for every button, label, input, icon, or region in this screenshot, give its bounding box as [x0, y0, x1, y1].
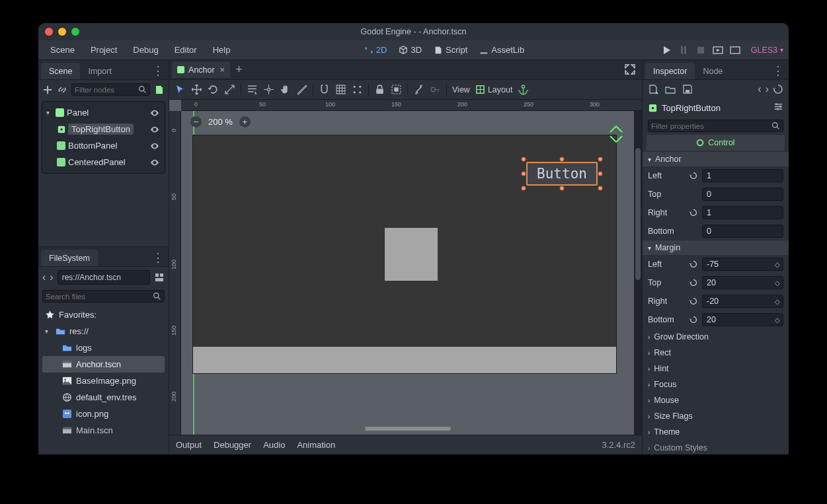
move-mode-icon[interactable]: [191, 84, 202, 95]
menu-help[interactable]: Help: [206, 42, 237, 57]
visibility-icon[interactable]: [150, 108, 159, 118]
selection-handle[interactable]: [598, 186, 603, 191]
class-link-control[interactable]: Control: [647, 135, 785, 151]
tab-filesystem[interactable]: FileSystem: [41, 250, 98, 266]
kebab-icon[interactable]: ⋮: [152, 250, 163, 265]
tree-node-bottompanel[interactable]: BottomPanel: [42, 137, 165, 154]
reset-icon[interactable]: [689, 260, 698, 269]
key-icon[interactable]: [430, 84, 441, 95]
fs-item[interactable]: BaseImage.png: [42, 373, 165, 389]
selection-handle[interactable]: [522, 186, 526, 191]
group-icon[interactable]: [391, 84, 402, 95]
fs-item[interactable]: Main.tscn: [42, 422, 165, 439]
selection-handle[interactable]: [522, 172, 526, 176]
tree-node-toprightbutton[interactable]: TopRightButton: [42, 121, 165, 137]
load-resource-icon[interactable]: [665, 84, 676, 94]
tree-node-panel[interactable]: ▾ Panel: [42, 104, 165, 121]
section-mouse[interactable]: ›Mouse: [643, 392, 789, 408]
reset-icon[interactable]: [689, 315, 698, 324]
zoom-percent[interactable]: 200 %: [208, 117, 233, 127]
view-mode-icon[interactable]: [154, 272, 165, 283]
menu-scene[interactable]: Scene: [44, 42, 81, 57]
history-list-icon[interactable]: [773, 84, 783, 94]
attach-script-icon[interactable]: [154, 85, 165, 95]
kebab-icon[interactable]: ⋮: [772, 63, 783, 78]
selection-handle[interactable]: [598, 172, 603, 176]
renderer-select[interactable]: GLES3 ▾: [751, 46, 783, 55]
reset-icon[interactable]: [689, 278, 698, 287]
menu-editor[interactable]: Editor: [168, 42, 204, 57]
mode-2d[interactable]: 2D: [359, 43, 393, 57]
selection-handle[interactable]: [560, 157, 565, 162]
save-resource-icon[interactable]: [682, 84, 693, 94]
anchor-top-field[interactable]: 0: [702, 188, 783, 201]
fs-res[interactable]: ▾ res://: [42, 323, 165, 340]
close-tab-icon[interactable]: ×: [220, 65, 225, 75]
pivot-icon[interactable]: [263, 84, 274, 95]
selection-handle[interactable]: [598, 157, 603, 162]
fs-path-field[interactable]: res://Anchor.tscn: [58, 270, 150, 285]
grid-snap-icon[interactable]: [335, 84, 346, 95]
section-custom-styles[interactable]: ›Custom Styles: [643, 440, 789, 454]
tab-scene[interactable]: Scene: [41, 63, 80, 79]
section-theme[interactable]: ›Theme: [643, 424, 789, 440]
spinner-icon[interactable]: ◇: [775, 262, 780, 267]
fs-forward-icon[interactable]: ›: [50, 271, 53, 283]
layout-menu[interactable]: Layout: [475, 85, 513, 94]
history-forward-icon[interactable]: ›: [766, 83, 769, 95]
anchor-preset-icon[interactable]: [518, 84, 529, 95]
fs-item[interactable]: default_env.tres: [42, 389, 165, 406]
anchor-bottom-field[interactable]: 0: [702, 225, 783, 238]
view-menu[interactable]: View: [452, 85, 470, 94]
fs-item[interactable]: Anchor.tscn: [42, 356, 165, 373]
link-icon[interactable]: [57, 85, 67, 95]
anchor-right-field[interactable]: 1: [702, 206, 783, 219]
selection-handle[interactable]: [560, 186, 565, 191]
visibility-icon[interactable]: [150, 158, 159, 167]
kebab-icon[interactable]: ⋮: [152, 63, 163, 78]
distraction-free-icon[interactable]: [625, 64, 635, 77]
object-properties-icon[interactable]: [773, 102, 783, 114]
visibility-icon[interactable]: [150, 125, 159, 134]
fs-back-icon[interactable]: ‹: [42, 271, 46, 283]
menu-debug[interactable]: Debug: [126, 42, 165, 57]
lock-icon[interactable]: [374, 84, 385, 95]
add-node-icon[interactable]: [42, 85, 53, 95]
margin-bottom-field[interactable]: 20◇: [702, 313, 783, 326]
section-anchor[interactable]: ▾Anchor: [643, 152, 789, 166]
tab-inspector[interactable]: Inspector: [645, 63, 695, 79]
collapse-icon[interactable]: ▾: [45, 328, 52, 335]
collapse-icon[interactable]: ▾: [46, 109, 53, 116]
play-scene-icon[interactable]: [713, 45, 723, 55]
fs-item[interactable]: icon.png: [42, 406, 165, 422]
play-custom-scene-icon[interactable]: [730, 45, 740, 55]
scene-tab[interactable]: Anchor ×: [172, 61, 230, 78]
add-scene-tab-icon[interactable]: +: [235, 63, 243, 77]
reset-icon[interactable]: [689, 171, 698, 180]
tab-import[interactable]: Import: [80, 63, 119, 79]
list-select-icon[interactable]: [247, 84, 258, 95]
ruler-mode-icon[interactable]: [296, 84, 307, 95]
section-size-flags[interactable]: ›Size Flags: [643, 408, 789, 424]
margin-left-field[interactable]: -75◇: [702, 258, 783, 271]
anchor-left-field[interactable]: 1: [702, 169, 783, 182]
snap-options-icon[interactable]: [352, 84, 363, 95]
reset-icon[interactable]: [689, 297, 698, 306]
mode-3d[interactable]: 3D: [393, 43, 427, 57]
scrollbar-horizontal[interactable]: [365, 427, 451, 431]
scale-mode-icon[interactable]: [224, 84, 235, 95]
scrollbar-vertical[interactable]: [634, 111, 642, 435]
selection-handle[interactable]: [522, 157, 526, 162]
bottom-audio[interactable]: Audio: [263, 440, 285, 450]
rotate-mode-icon[interactable]: [208, 84, 219, 95]
history-back-icon[interactable]: ‹: [758, 83, 761, 95]
zoom-in-icon[interactable]: +: [239, 116, 251, 127]
section-focus[interactable]: ›Focus: [643, 377, 789, 392]
section-margin[interactable]: ▾Margin: [643, 240, 789, 255]
mode-assetlib[interactable]: AssetLib: [474, 43, 530, 57]
tab-node[interactable]: Node: [695, 63, 730, 79]
section-grow-direction[interactable]: ›Grow Direction: [643, 329, 789, 345]
button-node[interactable]: Button: [526, 162, 598, 186]
fs-item[interactable]: logs: [42, 340, 165, 356]
play-icon[interactable]: [661, 45, 672, 55]
